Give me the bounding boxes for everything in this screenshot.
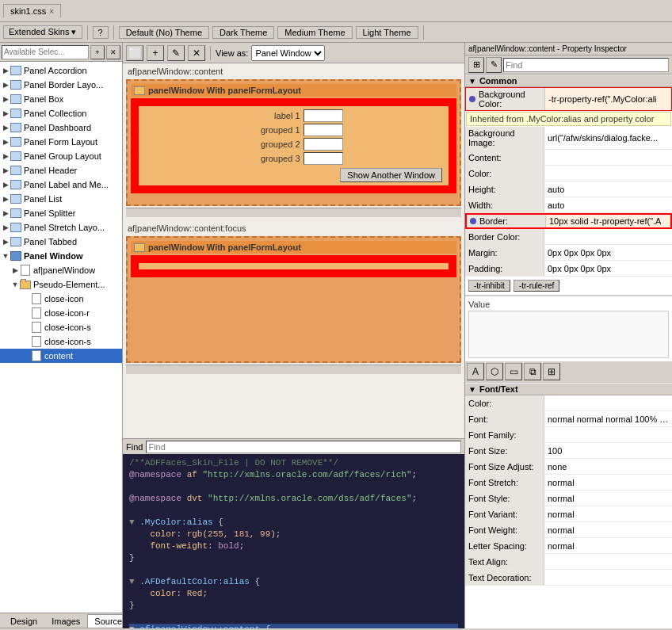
file-tab[interactable]: skin1.css × <box>3 4 61 17</box>
tree-item-stretch[interactable]: ▶ Panel Stretch Layo... <box>0 220 122 235</box>
prop-value-content[interactable] <box>544 150 672 165</box>
tree-item-window[interactable]: ▼ Panel Window <box>0 249 122 263</box>
horizontal-scrollbar-2[interactable] <box>126 365 461 374</box>
preview-section-2-label: af|panelWindow::content:focus <box>126 223 461 233</box>
tree-item-group-layout[interactable]: ▶ Panel Group Layout <box>0 149 122 163</box>
tree-item-close-icon[interactable]: close-icon <box>0 292 122 306</box>
prop-value-bgcolor[interactable]: -tr-property-ref(".MyColor:ali <box>545 88 671 110</box>
tree-item-header[interactable]: ▶ Panel Header <box>0 163 122 178</box>
tree-item-dashboard[interactable]: ▶ Panel Dashboard <box>0 120 122 135</box>
prop-value-letter-spacing[interactable]: normal <box>544 538 672 553</box>
file-tab-close[interactable]: × <box>49 7 54 16</box>
tree-item-content[interactable]: content <box>0 349 122 363</box>
help-btn[interactable]: ? <box>93 26 109 39</box>
prop-section-font: ▼ Font/Text Color: Font: normal normal n… <box>465 383 672 586</box>
code-area[interactable]: /**ADFFaces_Skin_File | DO NOT REMOVE**/… <box>123 454 464 628</box>
tree-item-border-layout[interactable]: ▶ Panel Border Layo... <box>0 78 122 92</box>
prop-value-font-size-adjust[interactable]: none <box>544 459 672 474</box>
font-tool-1[interactable]: A <box>467 363 484 380</box>
font-tool-3[interactable]: ▭ <box>505 363 522 380</box>
prop-value-font-style[interactable]: normal <box>544 491 672 506</box>
tab-source[interactable]: Source <box>87 614 123 628</box>
tree-item-form-layout[interactable]: ▶ Panel Form Layout <box>0 135 122 149</box>
prop-name-content: Content: <box>465 150 544 165</box>
prop-value-font-family[interactable] <box>544 427 672 442</box>
prop-value-margin[interactable]: 0px 0px 0px 0px <box>544 245 672 260</box>
theme-btn-medium[interactable]: Medium Theme <box>277 26 352 39</box>
preview-icon-1[interactable]: ⬜ <box>126 45 143 61</box>
tree-item-af-panelwindow[interactable]: ▶ af|panelWindow <box>0 263 122 277</box>
tree-item-splitter[interactable]: ▶ Panel Splitter <box>0 206 122 220</box>
value-area[interactable] <box>468 311 669 358</box>
component-icon <box>10 150 22 162</box>
prop-value-text-decoration[interactable] <box>544 570 672 585</box>
component-icon <box>10 78 22 91</box>
extended-skins-btn[interactable]: Extended Skins ▾ <box>3 25 82 39</box>
theme-btn-default[interactable]: Default (No) Theme <box>119 26 209 39</box>
preview-window-title-2: panelWindow With panelFormLayout <box>131 241 456 254</box>
prop-find-input[interactable] <box>503 58 669 72</box>
preview-icon-3[interactable]: ✎ <box>167 45 185 61</box>
prop-value-font-size[interactable]: 100 <box>544 443 672 458</box>
prop-value-font-color[interactable] <box>544 395 672 410</box>
tree-item-tabbed[interactable]: ▶ Panel Tabbed <box>0 235 122 249</box>
form-input-3[interactable] <box>304 152 343 165</box>
tree-item-collection[interactable]: ▶ Panel Collection <box>0 106 122 120</box>
inherited-link-2[interactable]: color <box>635 114 654 124</box>
view-as-select[interactable]: Panel Window <box>251 45 325 61</box>
preview-icon-2[interactable]: + <box>147 45 164 61</box>
prop-value-height[interactable]: auto <box>544 181 672 197</box>
font-tool-2[interactable]: ⬡ <box>486 363 503 380</box>
prop-value-border-color[interactable] <box>544 229 672 244</box>
prop-value-font-variant[interactable]: normal <box>544 506 672 521</box>
tree-item-list[interactable]: ▶ Panel List <box>0 192 122 206</box>
prop-row-font-variant: Font Variant: normal <box>465 506 672 522</box>
prop-section-font-header[interactable]: ▼ Font/Text <box>465 383 672 395</box>
tree-item-accordion[interactable]: ▶ Panel Accordion <box>0 63 122 78</box>
inherited-link-1[interactable]: .MyColor:alias <box>526 114 582 124</box>
prop-name-letter-spacing: Letter Spacing: <box>465 538 544 553</box>
main-area: + ✕ ▶ Panel Accordion ▶ Panel Border Lay… <box>0 43 672 628</box>
find-input[interactable] <box>146 441 461 453</box>
prop-value-width[interactable]: auto <box>544 197 672 212</box>
tag-btn-rule-ref[interactable]: -tr-rule-ref <box>514 280 559 292</box>
preview-icon-4[interactable]: ✕ <box>188 45 205 61</box>
theme-btn-light[interactable]: Light Theme <box>356 26 418 39</box>
tree-item-pseudo[interactable]: ▼ Pseudo-Element... <box>0 277 122 292</box>
tree-item-close-icon-r[interactable]: close-icon-r <box>0 306 122 320</box>
prop-value-font[interactable]: normal normal normal 100% no <box>544 411 672 426</box>
prop-value-color[interactable] <box>544 166 672 181</box>
prop-icon-1[interactable]: ⊞ <box>468 57 484 73</box>
prop-name-font-size-adjust: Font Size Adjust: <box>465 459 544 474</box>
show-another-window-btn[interactable]: Show Another Window <box>340 168 442 182</box>
prop-value-padding[interactable]: 0px 0px 0px 0px <box>544 261 672 276</box>
tree-item-label-me[interactable]: ▶ Panel Label and Me... <box>0 178 122 192</box>
prop-value-text-align[interactable] <box>544 554 672 569</box>
tag-btn-inhibit[interactable]: -tr-inhibit <box>468 280 510 292</box>
add-selector-btn[interactable]: + <box>90 45 105 59</box>
tab-images[interactable]: Images <box>44 614 87 628</box>
prop-value-font-stretch[interactable]: normal <box>544 475 672 490</box>
font-tool-5[interactable]: ⊞ <box>543 363 560 380</box>
code-line-empty2 <box>129 505 458 517</box>
code-line-empty3 <box>129 564 458 576</box>
tree-item-close-icon-s2[interactable]: close-icon-s <box>0 334 122 349</box>
form-input-2[interactable] <box>304 138 343 151</box>
remove-selector-btn[interactable]: ✕ <box>106 45 120 59</box>
prop-row-font-weight: Font Weight: normal <box>465 522 672 538</box>
prop-value-font-weight[interactable]: normal <box>544 522 672 537</box>
theme-btn-dark[interactable]: Dark Theme <box>212 26 274 39</box>
prop-value-border[interactable]: 10px solid -tr-property-ref(".A <box>546 215 670 227</box>
component-search-input[interactable] <box>2 45 89 59</box>
prop-icon-2[interactable]: ✎ <box>486 57 502 73</box>
horizontal-scrollbar-1[interactable] <box>126 208 461 217</box>
tree-item-box[interactable]: ▶ Panel Box <box>0 92 122 106</box>
tab-design[interactable]: Design <box>3 614 44 628</box>
font-tool-4[interactable]: ⧉ <box>524 363 541 380</box>
prop-name-width: Width: <box>465 197 544 212</box>
form-input-1[interactable] <box>304 124 343 136</box>
prop-value-bgimage[interactable]: url("/afw/skins/dialog.facke... <box>544 127 672 149</box>
tree-item-close-icon-s1[interactable]: close-icon-s <box>0 320 122 334</box>
form-input-0[interactable] <box>304 109 343 122</box>
prop-section-common-header[interactable]: ▼ Common <box>465 74 672 87</box>
